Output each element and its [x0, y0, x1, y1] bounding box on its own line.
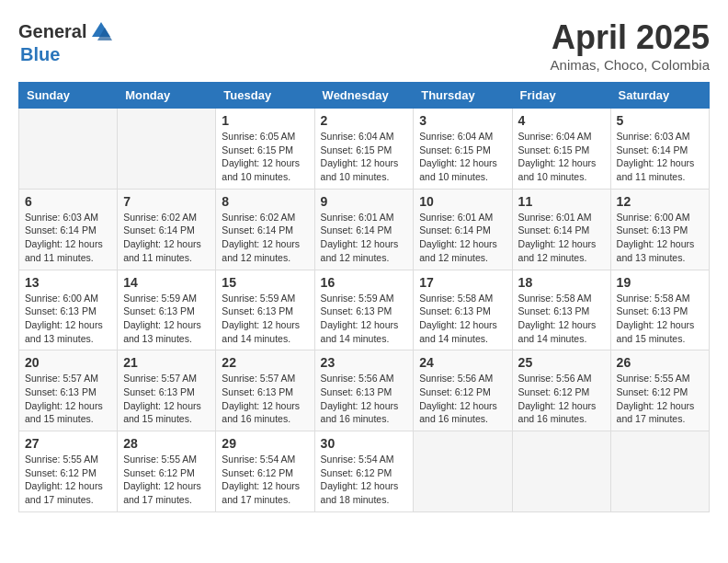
day-number: 1: [222, 113, 308, 128]
day-info: Sunrise: 5:57 AM Sunset: 6:13 PM Dayligh…: [123, 372, 210, 426]
logo-text-general: General: [18, 21, 86, 42]
day-number: 10: [419, 194, 506, 209]
location-subtitle: Animas, Choco, Colombia: [551, 57, 710, 73]
day-number: 16: [321, 275, 408, 290]
calendar-cell: 30Sunrise: 5:54 AM Sunset: 6:12 PM Dayli…: [314, 431, 414, 512]
day-info: Sunrise: 5:57 AM Sunset: 6:13 PM Dayligh…: [222, 372, 308, 426]
calendar-week-row: 1Sunrise: 6:05 AM Sunset: 6:15 PM Daylig…: [19, 109, 710, 190]
logo-icon: [88, 18, 114, 44]
calendar-cell: [118, 109, 216, 190]
day-info: Sunrise: 6:04 AM Sunset: 6:15 PM Dayligh…: [321, 130, 408, 184]
calendar-week-row: 6Sunrise: 6:03 AM Sunset: 6:14 PM Daylig…: [19, 189, 710, 270]
day-number: 30: [321, 436, 408, 451]
calendar-week-row: 27Sunrise: 5:55 AM Sunset: 6:12 PM Dayli…: [19, 431, 710, 512]
calendar-cell: 8Sunrise: 6:02 AM Sunset: 6:14 PM Daylig…: [216, 189, 314, 270]
day-info: Sunrise: 5:56 AM Sunset: 6:12 PM Dayligh…: [518, 372, 605, 426]
page-header: General Blue April 2025 Animas, Choco, C…: [18, 18, 710, 73]
day-number: 28: [123, 436, 210, 451]
day-number: 22: [222, 355, 308, 370]
calendar-cell: 18Sunrise: 5:58 AM Sunset: 6:13 PM Dayli…: [512, 270, 610, 350]
day-number: 4: [518, 113, 605, 128]
day-number: 19: [617, 275, 703, 290]
day-number: 18: [518, 275, 605, 290]
calendar-cell: 4Sunrise: 6:04 AM Sunset: 6:15 PM Daylig…: [512, 109, 610, 190]
calendar-cell: 17Sunrise: 5:58 AM Sunset: 6:13 PM Dayli…: [414, 270, 512, 350]
day-info: Sunrise: 6:02 AM Sunset: 6:14 PM Dayligh…: [222, 211, 308, 265]
day-info: Sunrise: 6:00 AM Sunset: 6:13 PM Dayligh…: [617, 211, 703, 265]
calendar-cell: 25Sunrise: 5:56 AM Sunset: 6:12 PM Dayli…: [512, 350, 610, 431]
day-number: 12: [617, 194, 703, 209]
day-number: 5: [617, 113, 703, 128]
calendar-cell: 7Sunrise: 6:02 AM Sunset: 6:14 PM Daylig…: [118, 189, 216, 270]
day-number: 3: [419, 113, 506, 128]
day-number: 2: [321, 113, 408, 128]
day-number: 8: [222, 194, 308, 209]
calendar-cell: 28Sunrise: 5:55 AM Sunset: 6:12 PM Dayli…: [118, 431, 216, 512]
weekday-header: Sunday: [19, 83, 118, 109]
day-number: 6: [25, 194, 111, 209]
calendar-cell: 6Sunrise: 6:03 AM Sunset: 6:14 PM Daylig…: [19, 189, 118, 270]
calendar-cell: [610, 431, 709, 512]
day-info: Sunrise: 5:57 AM Sunset: 6:13 PM Dayligh…: [25, 372, 111, 426]
day-info: Sunrise: 6:04 AM Sunset: 6:15 PM Dayligh…: [419, 130, 506, 184]
calendar-cell: 12Sunrise: 6:00 AM Sunset: 6:13 PM Dayli…: [610, 189, 709, 270]
day-info: Sunrise: 5:55 AM Sunset: 6:12 PM Dayligh…: [617, 372, 703, 426]
day-info: Sunrise: 6:02 AM Sunset: 6:14 PM Dayligh…: [123, 211, 210, 265]
calendar-table: SundayMondayTuesdayWednesdayThursdayFrid…: [18, 82, 710, 512]
calendar-cell: [512, 431, 610, 512]
day-info: Sunrise: 6:04 AM Sunset: 6:15 PM Dayligh…: [518, 130, 605, 184]
calendar-cell: 5Sunrise: 6:03 AM Sunset: 6:14 PM Daylig…: [610, 109, 709, 190]
day-info: Sunrise: 6:03 AM Sunset: 6:14 PM Dayligh…: [25, 211, 111, 265]
calendar-cell: 27Sunrise: 5:55 AM Sunset: 6:12 PM Dayli…: [19, 431, 118, 512]
day-info: Sunrise: 5:55 AM Sunset: 6:12 PM Dayligh…: [25, 453, 111, 507]
day-number: 13: [25, 275, 111, 290]
day-info: Sunrise: 5:55 AM Sunset: 6:12 PM Dayligh…: [123, 453, 210, 507]
day-number: 26: [617, 355, 703, 370]
calendar-cell: 13Sunrise: 6:00 AM Sunset: 6:13 PM Dayli…: [19, 270, 118, 350]
weekday-header: Friday: [512, 83, 610, 109]
weekday-header: Wednesday: [314, 83, 414, 109]
calendar-cell: [414, 431, 512, 512]
day-info: Sunrise: 5:58 AM Sunset: 6:13 PM Dayligh…: [518, 292, 605, 346]
day-number: 23: [321, 355, 408, 370]
day-number: 11: [518, 194, 605, 209]
month-title: April 2025: [551, 18, 710, 57]
calendar-cell: 16Sunrise: 5:59 AM Sunset: 6:13 PM Dayli…: [314, 270, 414, 350]
logo-text-blue: Blue: [20, 44, 60, 64]
calendar-cell: 19Sunrise: 5:58 AM Sunset: 6:13 PM Dayli…: [610, 270, 709, 350]
calendar-cell: 23Sunrise: 5:56 AM Sunset: 6:13 PM Dayli…: [314, 350, 414, 431]
day-number: 21: [123, 355, 210, 370]
calendar-week-row: 13Sunrise: 6:00 AM Sunset: 6:13 PM Dayli…: [19, 270, 710, 350]
weekday-header: Saturday: [610, 83, 709, 109]
day-number: 24: [419, 355, 506, 370]
calendar-cell: [19, 109, 118, 190]
calendar-cell: 1Sunrise: 6:05 AM Sunset: 6:15 PM Daylig…: [216, 109, 314, 190]
day-info: Sunrise: 6:01 AM Sunset: 6:14 PM Dayligh…: [321, 211, 408, 265]
day-number: 17: [419, 275, 506, 290]
calendar-cell: 14Sunrise: 5:59 AM Sunset: 6:13 PM Dayli…: [118, 270, 216, 350]
day-info: Sunrise: 5:54 AM Sunset: 6:12 PM Dayligh…: [222, 453, 308, 507]
day-info: Sunrise: 6:03 AM Sunset: 6:14 PM Dayligh…: [617, 130, 703, 184]
calendar-cell: 26Sunrise: 5:55 AM Sunset: 6:12 PM Dayli…: [610, 350, 709, 431]
day-info: Sunrise: 5:56 AM Sunset: 6:13 PM Dayligh…: [321, 372, 408, 426]
day-number: 20: [25, 355, 111, 370]
day-info: Sunrise: 5:54 AM Sunset: 6:12 PM Dayligh…: [321, 453, 408, 507]
day-info: Sunrise: 5:58 AM Sunset: 6:13 PM Dayligh…: [617, 292, 703, 346]
calendar-cell: 24Sunrise: 5:56 AM Sunset: 6:12 PM Dayli…: [414, 350, 512, 431]
calendar-cell: 22Sunrise: 5:57 AM Sunset: 6:13 PM Dayli…: [216, 350, 314, 431]
calendar-cell: 21Sunrise: 5:57 AM Sunset: 6:13 PM Dayli…: [118, 350, 216, 431]
calendar-week-row: 20Sunrise: 5:57 AM Sunset: 6:13 PM Dayli…: [19, 350, 710, 431]
calendar-cell: 15Sunrise: 5:59 AM Sunset: 6:13 PM Dayli…: [216, 270, 314, 350]
calendar-cell: 11Sunrise: 6:01 AM Sunset: 6:14 PM Dayli…: [512, 189, 610, 270]
day-info: Sunrise: 5:59 AM Sunset: 6:13 PM Dayligh…: [123, 292, 210, 346]
title-area: April 2025 Animas, Choco, Colombia: [551, 18, 710, 73]
day-number: 15: [222, 275, 308, 290]
day-number: 27: [25, 436, 111, 451]
logo: General Blue: [18, 18, 114, 65]
calendar-cell: 9Sunrise: 6:01 AM Sunset: 6:14 PM Daylig…: [314, 189, 414, 270]
calendar-header-row: SundayMondayTuesdayWednesdayThursdayFrid…: [19, 83, 710, 109]
calendar-cell: 20Sunrise: 5:57 AM Sunset: 6:13 PM Dayli…: [19, 350, 118, 431]
day-info: Sunrise: 6:01 AM Sunset: 6:14 PM Dayligh…: [419, 211, 506, 265]
calendar-cell: 3Sunrise: 6:04 AM Sunset: 6:15 PM Daylig…: [414, 109, 512, 190]
day-info: Sunrise: 5:58 AM Sunset: 6:13 PM Dayligh…: [419, 292, 506, 346]
